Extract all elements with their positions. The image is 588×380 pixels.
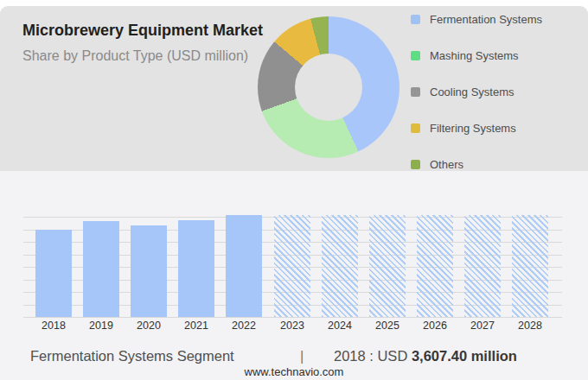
forecast-bar-2027: [464, 215, 501, 317]
x-tick-2028: 2028: [508, 320, 552, 332]
caption-value: 3,607.40 million: [412, 348, 517, 364]
legend-item-others: Others: [411, 156, 463, 172]
legend-label: Filtering Systems: [430, 122, 516, 135]
forecast-bar-2023: [274, 215, 310, 317]
caption-row: Fermentation Systems Segment | 2018 : US…: [0, 347, 588, 364]
legend-label: Others: [430, 158, 463, 171]
forecast-bar-2025: [369, 215, 406, 317]
bar-2022: [226, 215, 262, 317]
x-tick-2018: 2018: [32, 320, 75, 332]
bar-2021: [178, 220, 214, 317]
caption-separator: |: [300, 347, 304, 364]
legend-item-cooling-systems: Cooling Systems: [411, 84, 514, 99]
x-tick-2024: 2024: [318, 320, 361, 332]
x-tick-2023: 2023: [271, 320, 314, 332]
x-tick-2022: 2022: [222, 320, 265, 332]
donut-chart: [258, 16, 399, 158]
title-block: Microbrewery Equipment Market Share by P…: [22, 20, 265, 64]
x-tick-2020: 2020: [127, 320, 170, 332]
gridline: [23, 317, 562, 318]
x-tick-2019: 2019: [80, 320, 123, 332]
bar-2020: [131, 225, 167, 317]
forecast-bar-2024: [322, 215, 358, 317]
legend-item-fermentation-systems: Fermentation Systems: [411, 11, 542, 27]
legend-swatch-icon: [411, 51, 420, 60]
x-tick-2021: 2021: [175, 320, 218, 332]
legend-swatch-icon: [411, 160, 420, 169]
x-tick-2027: 2027: [461, 320, 504, 332]
legend-label: Mashing Systems: [430, 49, 519, 62]
chart-panel: 2018201920202021202220232024202520262027…: [0, 171, 588, 380]
x-tick-2026: 2026: [413, 320, 457, 332]
market-infographic: Microbrewery Equipment Market Share by P…: [0, 0, 588, 380]
bar-2018: [35, 230, 72, 317]
legend-swatch-icon: [411, 87, 420, 97]
x-tick-2025: 2025: [366, 320, 409, 332]
legend-swatch-icon: [411, 124, 420, 133]
website-link[interactable]: www.technavio.com: [0, 365, 588, 378]
legend-label: Fermentation Systems: [430, 13, 542, 26]
donut-hole: [295, 54, 362, 121]
legend-label: Cooling Systems: [430, 86, 514, 98]
bar-2019: [83, 221, 119, 317]
caption-value-group: 2018 : USD 3,607.40 million: [334, 347, 517, 364]
legend-swatch-icon: [411, 15, 420, 24]
page-title: Microbrewery Equipment Market: [22, 20, 265, 41]
caption-segment-name: Fermentation Systems Segment: [30, 347, 234, 364]
header-panel: Microbrewery Equipment Market Share by P…: [0, 6, 588, 171]
caption-value-prefix: 2018 : USD: [334, 348, 412, 364]
legend: Fermentation SystemsMashing SystemsCooli…: [411, 6, 584, 171]
legend-item-mashing-systems: Mashing Systems: [411, 48, 519, 63]
forecast-bar-2026: [417, 215, 453, 317]
legend-item-filtering-systems: Filtering Systems: [411, 120, 516, 136]
page-subtitle: Share by Product Type (USD million): [22, 48, 265, 64]
forecast-bar-2028: [512, 215, 548, 317]
